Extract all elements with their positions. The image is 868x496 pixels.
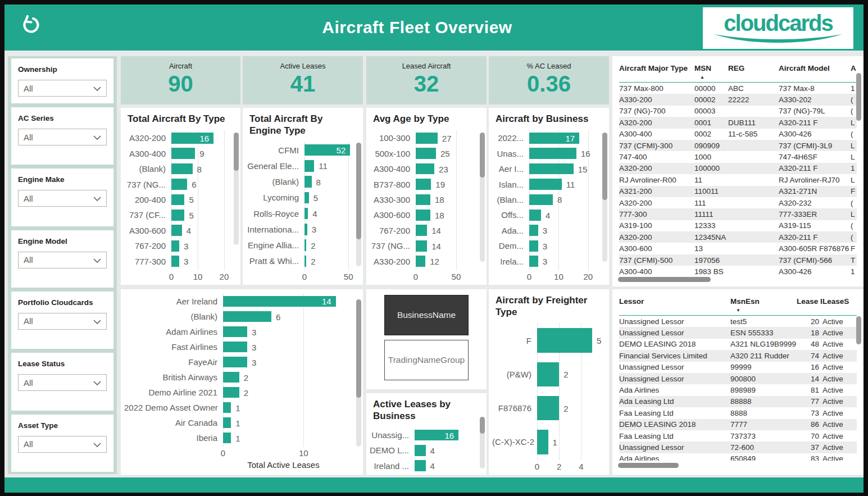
scrollbar-thumb[interactable] (480, 133, 485, 178)
bar[interactable] (529, 210, 541, 221)
bar[interactable] (223, 342, 247, 352)
table-row[interactable]: A300-400000211-c-585A300-426( (619, 129, 857, 140)
bar[interactable] (223, 311, 271, 322)
table-row[interactable]: Unassigned Lessortest520Active (619, 316, 857, 327)
filter-dropdown[interactable]: All (18, 313, 107, 330)
bar[interactable] (529, 240, 538, 252)
businessname-button[interactable]: BusinessName (384, 295, 469, 335)
bar[interactable] (537, 328, 592, 352)
table-row[interactable]: A321-200110011A321-271NF (619, 186, 857, 197)
bar[interactable] (537, 396, 559, 420)
table-row[interactable]: Unassigned LessorESN 55533318Active (619, 327, 857, 338)
bar[interactable] (416, 194, 430, 206)
bar[interactable] (171, 225, 182, 236)
table-row[interactable]: Unassigned Lessor72-60037Active (619, 442, 857, 453)
table-row[interactable]: A300-60013A300-605R F876876F (619, 243, 857, 254)
filter-dropdown[interactable]: All (18, 374, 107, 391)
bar[interactable] (305, 176, 312, 187)
bar[interactable] (529, 148, 576, 159)
column-header[interactable]: Lease Id (797, 295, 822, 307)
table-row[interactable]: A319-10012333A319-115( (619, 220, 857, 231)
scrollbar-thumb[interactable] (856, 73, 861, 121)
bar[interactable] (416, 240, 427, 252)
bar[interactable] (223, 326, 247, 337)
bar[interactable]: 16 (171, 133, 213, 144)
table-row[interactable]: A320-200111A320-232( (619, 197, 857, 208)
bar[interactable] (305, 239, 306, 251)
filter-dropdown[interactable]: All (18, 436, 107, 453)
bar[interactable] (305, 256, 306, 267)
bar[interactable] (223, 357, 247, 367)
table-row[interactable]: A300-4001983 BSA300-4261 (619, 266, 857, 275)
bar[interactable]: 14 (223, 296, 336, 307)
bar[interactable]: 52 (305, 144, 350, 156)
scrollbar-thumb[interactable] (356, 299, 361, 398)
scrollbar-thumb[interactable] (602, 133, 607, 200)
bar[interactable] (529, 194, 553, 206)
column-header[interactable]: REG (728, 62, 779, 74)
bar[interactable] (171, 240, 179, 252)
scrollbar-thumb[interactable] (356, 143, 361, 239)
bar[interactable] (171, 210, 184, 221)
table-row[interactable]: 777-30011111777-333ERL (619, 208, 857, 220)
column-header[interactable]: MSN (694, 62, 728, 74)
table-row[interactable]: Ada Leasing Ltd8888877Active (619, 396, 857, 407)
bar[interactable] (171, 179, 187, 190)
bar[interactable]: 16 (415, 430, 458, 441)
bar[interactable] (223, 402, 231, 413)
bar[interactable] (416, 163, 434, 175)
bar[interactable] (223, 372, 239, 383)
table-row[interactable]: A320-2000001DUB111A320-211 FL (619, 117, 857, 128)
table-row[interactable]: 737 Max-80000000ABC737 Max-81 (619, 83, 857, 94)
column-header[interactable]: Aircraft Model (779, 62, 851, 74)
h-scrollbar-thumb[interactable] (618, 463, 679, 468)
table-row[interactable]: A320-20012345NAA320-211 F( (619, 231, 857, 243)
table-row[interactable]: DEMO LEASING 2018A321 NLG19B999948Active (619, 339, 857, 350)
bar[interactable] (537, 430, 548, 454)
table-row[interactable]: 737 (CFMI)-500197056737 (CFMI)-566T (619, 254, 857, 266)
table-row[interactable]: A330-2000000222222A330-202( (619, 94, 857, 105)
table-row[interactable]: Financial Services LimitedA320 211 Rudde… (619, 350, 857, 361)
bar[interactable] (223, 417, 231, 428)
bar[interactable] (529, 163, 574, 175)
bar[interactable] (171, 163, 193, 175)
table-row[interactable]: DEMO LEASING 2018777786Active (619, 419, 857, 430)
table-row[interactable]: 737 (CFMI)-300090909737 (CFMI)-3L9L (619, 140, 857, 151)
filter-dropdown[interactable]: All (18, 190, 107, 207)
table-row[interactable]: 747-4001000747-4H6SFL (619, 151, 857, 162)
column-header[interactable]: A (851, 62, 864, 74)
bar[interactable] (529, 256, 538, 267)
filter-dropdown[interactable]: All (18, 252, 107, 269)
tradingnamegroup-button[interactable]: TradingNameGroup (384, 340, 469, 380)
bar[interactable] (415, 445, 426, 456)
scrollbar-thumb[interactable] (856, 316, 861, 344)
bar[interactable] (416, 256, 425, 267)
scrollbar-thumb[interactable] (234, 133, 239, 171)
table-row[interactable]: 737 (NG)-70000003737 (NG)-79L( (619, 106, 857, 117)
filter-dropdown[interactable]: All (18, 129, 107, 145)
table-row[interactable]: Unassigned Lessor9999916Active (619, 362, 857, 373)
table-row[interactable]: A320-200100000A320-211 F1 (619, 163, 857, 174)
h-scrollbar-thumb[interactable] (618, 277, 711, 282)
bar[interactable] (305, 160, 314, 171)
bar[interactable] (537, 362, 559, 386)
column-header[interactable]: Aircraft Major Type (619, 62, 694, 74)
table-row[interactable]: Unassigned Lessor90080014Active (619, 373, 857, 384)
bar[interactable] (416, 225, 427, 236)
table-row[interactable]: Ada Airlines65084983Active (619, 453, 857, 461)
bar[interactable] (416, 148, 436, 159)
bar[interactable] (305, 224, 307, 235)
scrollbar-thumb[interactable] (480, 417, 485, 434)
bar[interactable] (171, 194, 184, 206)
column-header[interactable]: Lessor (619, 295, 730, 307)
bar[interactable] (305, 192, 309, 203)
bar[interactable] (529, 179, 562, 190)
table-row[interactable]: Ada Airlines89898981Active (619, 384, 857, 395)
bar[interactable] (223, 433, 231, 443)
bar[interactable] (529, 225, 538, 236)
table-row[interactable]: RJ Avroliner-R0011RJ Avroliner-RJ70L (619, 174, 857, 185)
column-header[interactable]: LeaseS (822, 295, 857, 307)
table-row[interactable]: Faa Leasing Ltd888873Active (619, 407, 857, 418)
bar[interactable] (171, 256, 179, 267)
bar[interactable] (171, 148, 195, 159)
